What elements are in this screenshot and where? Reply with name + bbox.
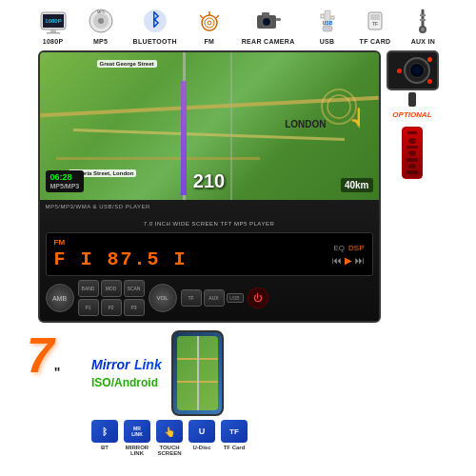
p3-button[interactable]: P3 [124, 299, 145, 316]
1080p-label: 1080P [43, 38, 64, 45]
map-distance-right: 40km [341, 178, 373, 192]
nav-screen[interactable]: LONDON Great George Street Victoria Stre… [40, 52, 379, 200]
mp5-label: MP5 [93, 38, 108, 45]
stereo-unit: LONDON Great George Street Victoria Stre… [38, 50, 381, 323]
svg-point-13 [208, 21, 211, 25]
mirror-text: Mirror [91, 357, 129, 372]
svg-rect-20 [276, 18, 281, 21]
remote-btn-5[interactable] [408, 164, 416, 169]
tf-card-label: TF CARD [360, 38, 391, 45]
phone-map [177, 336, 218, 410]
camera-mount [408, 92, 416, 107]
preset-row-2: P1 P2 P3 [78, 299, 145, 316]
camera-unit: OPTIONAL [387, 50, 439, 119]
power-button[interactable]: ⏻ [248, 288, 268, 308]
touch-label: TOUCHSCREEN [157, 445, 181, 456]
camera-remote-area: OPTIONAL [387, 50, 439, 179]
svg-text:ᛒ: ᛒ [149, 10, 160, 30]
svg-rect-28 [370, 14, 380, 20]
rear-camera-label: REAR CAMERA [242, 38, 295, 45]
player-label-left: MP5/MP3/WMA & USB/SD PLAYER [46, 204, 150, 209]
display-right: EQ DSP ⏮ ▶ ⏭ [332, 244, 365, 266]
svg-point-19 [264, 19, 269, 25]
remote-btn-4[interactable] [407, 158, 418, 162]
camera-lens-inner [409, 63, 425, 78]
iso-android-text: ISO/Android [91, 376, 158, 389]
svg-rect-34 [420, 19, 426, 21]
led-2 [397, 69, 402, 73]
aux-button[interactable]: AUX [204, 289, 225, 307]
top-icons-row: 1080P 1080P MP5 MP5 [0, 0, 476, 49]
usb-label: USB [320, 38, 335, 45]
bluetooth-icon: ᛒ [140, 6, 170, 36]
eq-icon: EQ [333, 244, 345, 252]
svg-rect-4 [47, 32, 60, 34]
svg-rect-23 [323, 26, 332, 31]
mirror-link-chip-label: MIRRORLINK [126, 445, 149, 456]
main-container: 1080P 1080P MP5 MP5 [0, 0, 476, 476]
fm-label: FM [204, 38, 214, 45]
led-3 [427, 79, 432, 84]
dsp-icon: DSP [348, 244, 364, 252]
u-disc-icon: U [188, 420, 215, 443]
street-label-1: Great George Street [97, 60, 157, 68]
svg-text:👆: 👆 [348, 106, 360, 131]
tf-button[interactable]: TF [181, 289, 202, 307]
tf-card-chip-label: TF Card [224, 445, 246, 450]
phone-mockup [171, 330, 224, 416]
touch-indicator: 👆 [312, 86, 360, 137]
tf-card-chip-icon: TF [221, 420, 248, 443]
tune-knob[interactable]: AMB [46, 284, 74, 312]
svg-rect-25 [331, 16, 334, 19]
extra-buttons: TF AUX USB [181, 289, 244, 307]
features-grid: Mirror Link ISO/Android [91, 330, 468, 456]
volume-knob[interactable]: VOL [149, 284, 177, 312]
scan-button[interactable]: SCAN [124, 280, 145, 297]
usb-port[interactable]: USB [227, 293, 244, 303]
remote-btn-2[interactable] [407, 146, 418, 149]
remote-ir [407, 131, 417, 134]
map-distance: 210 [193, 170, 225, 192]
remote-btn-6[interactable] [407, 170, 418, 174]
icon-mp5: MP5 MP5 [86, 6, 116, 45]
stereo-bottom-panel: MP5/MP3/WMA & USB/SD PLAYER 7.0 INCH WID… [40, 200, 379, 321]
svg-point-7 [98, 18, 104, 24]
icon-fm: FM [194, 6, 225, 45]
svg-text:1080P: 1080P [45, 18, 61, 24]
svg-text:TF: TF [372, 21, 378, 27]
icon-bluetooth: ᛒ BLUETOOTH [133, 6, 177, 45]
u-disc-label: U-Disc [192, 445, 210, 450]
size-badge: 7 " [8, 330, 84, 380]
p2-button[interactable]: P2 [101, 299, 122, 316]
mirror-link-row: Mirror Link ISO/Android [91, 330, 468, 416]
control-buttons: AMB BAND MOD SCAN P1 P2 P3 [46, 280, 373, 316]
icon-usb: USB USB [312, 6, 343, 45]
feature-tf-card: TF TF Card [221, 420, 248, 456]
link-text: Link [134, 357, 162, 372]
bottom-section: 7 " Mirror Link ISO/Android [0, 325, 476, 476]
mod-button[interactable]: MOD [101, 280, 122, 297]
band-button[interactable]: BAND [78, 280, 99, 297]
size-display: 7 " [27, 330, 66, 380]
tf-card-icon: TF [360, 6, 390, 36]
display-left: FM F I 87.5 I [54, 238, 188, 270]
svg-text:USB: USB [322, 20, 332, 26]
map-speed-display: 06:28 MP5/MP3 [46, 170, 85, 192]
player-label-center: 7.0 INCH WIDE SCREEN TFT MP5 PLAYER [144, 221, 275, 227]
svg-rect-3 [50, 30, 56, 32]
size-number: 7 [27, 330, 54, 380]
1080p-icon: 1080P [38, 6, 69, 36]
phone-mockup-wrapper [171, 330, 224, 416]
svg-rect-33 [420, 14, 426, 16]
p1-button[interactable]: P1 [78, 299, 99, 316]
bt-label: BT [101, 445, 109, 450]
icon-aux-in: AUX IN [407, 6, 438, 45]
remote-control[interactable] [402, 127, 423, 179]
unit-area: LONDON Great George Street Victoria Stre… [0, 49, 476, 325]
prev-icon: ⏮ [332, 255, 342, 266]
camera-lens [404, 57, 430, 84]
remote-btn-3[interactable] [408, 150, 416, 156]
mirror-link-icon: MRLINK [124, 420, 150, 443]
remote-btn-1[interactable] [408, 138, 416, 144]
frequency-value: F I 87.5 I [54, 248, 188, 270]
